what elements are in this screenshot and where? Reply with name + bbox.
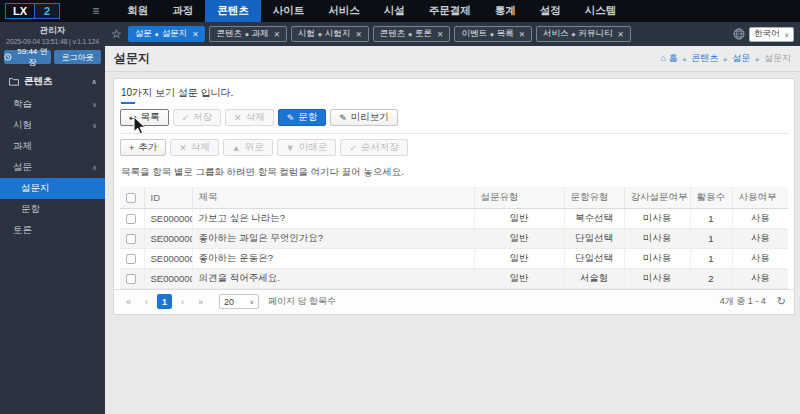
chevron-up-icon: ∧ [92, 164, 97, 172]
table-row-0[interactable]: SE000000352가보고 싶은 나라는?일반복수선택미사용1사용 [120, 209, 788, 229]
breadcrumb-item-1[interactable]: 콘텐츠 [691, 52, 718, 65]
down-icon: ▼ [286, 143, 295, 153]
back-icon: ↩ [129, 113, 137, 123]
survey-action-button-4[interactable]: ✎미리보기 [330, 109, 398, 126]
sidebar-item-2[interactable]: 과제 [0, 136, 105, 157]
table-row-1[interactable]: SE000000351좋아하는 과일은 무엇인가요?일반단일선택미사용1사용 [120, 229, 788, 249]
pager-prev-button[interactable]: ‹ [139, 294, 154, 309]
row-checkbox[interactable] [126, 254, 136, 264]
nav-item-5[interactable]: 시설 [372, 0, 417, 22]
pager-last-button[interactable]: » [193, 294, 208, 309]
nav-item-6[interactable]: 주문결제 [417, 0, 483, 22]
column-header-2[interactable]: 설문유형 [474, 187, 564, 209]
breadcrumb-separator-icon: ◆ [682, 56, 686, 62]
nav-item-7[interactable]: 통계 [483, 0, 528, 22]
clock-icon [4, 53, 12, 61]
sidebar-section-contents[interactable]: 콘텐츠 ∧ [0, 68, 105, 94]
column-header-4[interactable]: 강사설문여부 [624, 187, 690, 209]
page-tab-5[interactable]: 서비스◆커뮤니티✕ [536, 26, 631, 42]
row-action-button-4[interactable]: ✓순서저장 [340, 139, 408, 156]
diamond-separator-icon: ◆ [318, 31, 322, 37]
page-tab-0[interactable]: 설문◆설문지✕ [128, 26, 206, 42]
nav-item-0[interactable]: 회원 [115, 0, 160, 22]
nav-item-9[interactable]: 시스템 [573, 0, 629, 22]
button-label: 저장 [193, 111, 212, 124]
row-checkbox[interactable] [126, 234, 136, 244]
sidebar-item-4[interactable]: 토론 [0, 220, 105, 241]
tab-page-label: 목록 [497, 28, 514, 40]
pager-next-button[interactable]: › [175, 294, 190, 309]
button-label: 순서저장 [361, 141, 399, 154]
pager-first-button[interactable]: « [121, 294, 136, 309]
row-checkbox[interactable] [126, 214, 136, 224]
session-actions: 59:44 연장 로그아웃 [0, 47, 105, 68]
app-logo[interactable]: LX 2 [5, 3, 60, 19]
button-label: 삭제 [246, 111, 265, 124]
tab-page-label: 커뮤니티 [578, 28, 612, 40]
nav-item-8[interactable]: 설정 [528, 0, 573, 22]
column-header-0[interactable]: ID [144, 187, 192, 209]
select-all-checkbox[interactable] [126, 193, 136, 203]
close-icon[interactable]: ✕ [192, 30, 198, 39]
sidebar-item-label: 설문 [13, 161, 92, 174]
close-icon[interactable]: ✕ [437, 30, 443, 39]
row-action-button-3[interactable]: ▼아래로 [277, 139, 336, 156]
logo-lx-text: LX [6, 4, 34, 18]
cell-0-3: 복수선택 [564, 209, 624, 229]
nav-item-1[interactable]: 과정 [160, 0, 205, 22]
nav-item-3[interactable]: 사이트 [261, 0, 317, 22]
chevron-down-icon: ∨ [92, 101, 97, 109]
nav-item-4[interactable]: 서비스 [316, 0, 372, 22]
survey-panel: 10가지 보기 설문 입니다. ↩목록✓저장✕삭제✎문항✎미리보기 +추가✕삭제… [113, 78, 795, 315]
session-extend-button[interactable]: 59:44 연장 [4, 50, 51, 64]
hamburger-icon[interactable]: ≡ [92, 4, 99, 18]
row-action-button-1[interactable]: ✕삭제 [170, 139, 219, 156]
close-icon[interactable]: ✕ [355, 30, 361, 39]
breadcrumb-item-2[interactable]: 설문 [732, 52, 750, 65]
row-action-button-0[interactable]: +추가 [120, 139, 166, 156]
sidebar: 관리자 2025-09-04 13:51:48 | v.1.1.124 59:4… [0, 22, 105, 414]
survey-action-button-1[interactable]: ✓저장 [173, 109, 222, 126]
tab-page-label: 토론 [415, 28, 432, 40]
close-icon[interactable]: ✕ [519, 30, 525, 39]
column-header-3[interactable]: 문항유형 [564, 187, 624, 209]
refresh-icon[interactable]: ↻ [777, 295, 786, 308]
sidebar-subitem-3-1[interactable]: 문항 [0, 199, 105, 220]
column-header-6[interactable]: 사용여부 [732, 187, 788, 209]
table-row-2[interactable]: SE000000350좋아하는 운동은?일반단일선택미사용1사용 [120, 249, 788, 269]
page-tab-1[interactable]: 콘텐츠◆과제✕ [209, 26, 287, 42]
sidebar-item-0[interactable]: 학습∨ [0, 94, 105, 115]
page-tab-2[interactable]: 시험◆시험지✕ [291, 26, 369, 42]
survey-action-button-2[interactable]: ✕삭제 [225, 109, 274, 126]
column-header-1[interactable]: 제목 [192, 187, 474, 209]
column-header-5[interactable]: 활용수 [690, 187, 732, 209]
sidebar-subitem-3-0[interactable]: 설문지 [0, 178, 105, 199]
button-label: 위로 [245, 141, 264, 154]
breadcrumb-item-0[interactable]: ⌂ 홈 [660, 52, 677, 65]
cell-3-0: SE000000353 [144, 269, 192, 289]
page-tab-4[interactable]: 이벤트◆목록✕ [454, 26, 532, 42]
sidebar-item-1[interactable]: 시험∨ [0, 115, 105, 136]
cell-1-6: 사용 [732, 229, 788, 249]
page-size-value: 20 [224, 297, 234, 307]
cell-2-3: 단일선택 [564, 249, 624, 269]
table-row-3[interactable]: SE000000353의견을 적어주세요.일반서술형미사용2사용 [120, 269, 788, 289]
page-size-label: 페이지 당 항목수 [268, 295, 336, 308]
diamond-separator-icon: ◆ [490, 31, 494, 37]
row-action-button-2[interactable]: ▲위로 [223, 139, 273, 156]
row-checkbox[interactable] [126, 274, 136, 284]
sidebar-item-3[interactable]: 설문∧ [0, 157, 105, 178]
survey-action-button-3[interactable]: ✎문항 [278, 109, 327, 126]
language-select[interactable]: 한국어 ∨ [749, 27, 794, 42]
close-icon[interactable]: ✕ [617, 30, 623, 39]
logout-button[interactable]: 로그아웃 [54, 50, 101, 64]
row-checkbox-cell [120, 209, 144, 229]
close-icon[interactable]: ✕ [274, 30, 280, 39]
page-size-select[interactable]: 20 ∨ [219, 294, 259, 309]
page-tab-3[interactable]: 콘텐츠◆토론✕ [373, 26, 451, 42]
survey-action-button-0[interactable]: ↩목록 [120, 109, 169, 126]
favorite-star-icon[interactable]: ☆ [111, 27, 122, 41]
chevron-down-icon: ∨ [250, 298, 254, 305]
pager-page-1[interactable]: 1 [157, 294, 172, 309]
nav-item-2[interactable]: 콘텐츠 [205, 0, 261, 22]
